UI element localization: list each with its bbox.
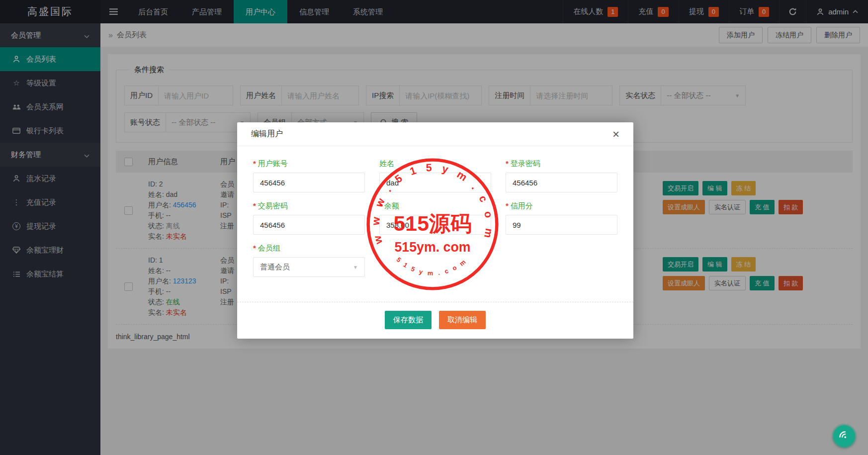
modal-body: *用户账号 姓名 *登录密码 *交易密码 *余额 *信用分 bbox=[237, 146, 633, 277]
modal-header: 编辑用户 × bbox=[237, 122, 633, 146]
required-mark: * bbox=[253, 159, 256, 168]
cancel-button[interactable]: 取消编辑 bbox=[439, 311, 486, 329]
required-mark: * bbox=[253, 201, 256, 210]
field-password: *登录密码 bbox=[506, 159, 617, 192]
audio-icon bbox=[838, 430, 851, 443]
save-button[interactable]: 保存数据 bbox=[385, 311, 432, 329]
member-group-modal-select[interactable]: 普通会员 ▼ bbox=[253, 257, 365, 277]
required-mark: * bbox=[253, 244, 256, 252]
field-balance: *余额 bbox=[379, 201, 491, 235]
credit-input[interactable] bbox=[506, 215, 617, 235]
account-input[interactable] bbox=[253, 173, 365, 192]
modal-footer: 保存数据 取消编辑 bbox=[237, 302, 633, 339]
edit-user-modal: 编辑用户 × *用户账号 姓名 *登录密码 *交易密码 *余额 bbox=[237, 122, 633, 339]
field-credit: *信用分 bbox=[506, 201, 617, 235]
name-input[interactable] bbox=[379, 173, 491, 192]
audio-notification-button[interactable] bbox=[833, 425, 855, 447]
required-mark: * bbox=[506, 201, 509, 210]
password-input[interactable] bbox=[506, 173, 617, 192]
required-mark: * bbox=[379, 201, 382, 210]
caret-down-icon: ▼ bbox=[349, 265, 358, 270]
field-account: *用户账号 bbox=[253, 159, 365, 192]
close-icon[interactable]: × bbox=[612, 128, 619, 140]
trade-password-input[interactable] bbox=[253, 215, 365, 235]
balance-input[interactable] bbox=[379, 215, 491, 235]
field-trade-password: *交易密码 bbox=[253, 201, 365, 235]
required-mark: * bbox=[506, 159, 509, 168]
field-name: 姓名 bbox=[379, 159, 491, 192]
field-member-group: *会员组 普通会员 ▼ bbox=[253, 244, 365, 277]
modal-title: 编辑用户 bbox=[251, 129, 283, 139]
